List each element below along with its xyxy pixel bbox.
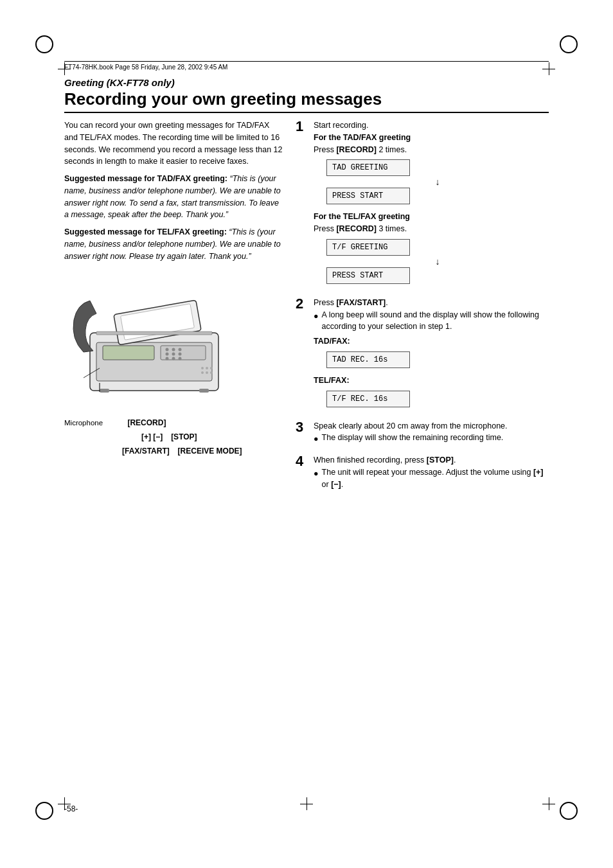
step-1-number: 1: [296, 120, 308, 134]
section-title: Greeting (KX-FT78 only): [64, 77, 549, 88]
header-bar: FT74-78HK.book Page 58 Friday, June 28, …: [64, 61, 549, 71]
main-heading: Recording your own greeting messages: [64, 89, 549, 113]
step-3: 3 Speak clearly about 20 cm away from th…: [296, 420, 549, 448]
svg-point-21: [201, 371, 204, 374]
tf-greeting-lcd: T/F GREETING: [326, 239, 410, 256]
step-1: 1 Start recording. For the TAD/FAX greet…: [296, 120, 549, 290]
fax-labels: Microphone [RECORD] [+] [−] [STOP] [FAX/…: [64, 416, 283, 458]
page-number: -58-: [64, 804, 78, 813]
left-column: You can record your own greeting message…: [64, 120, 283, 499]
tel-fax-suggested: Suggested message for TEL/FAX greeting: …: [64, 226, 283, 262]
corner-mark-tr: [560, 35, 578, 53]
step-2-bullet1-text: A long beep will sound and the display w…: [322, 309, 549, 333]
tad-fax-press: Press [RECORD] 2 times.: [314, 144, 549, 156]
tad-greeting-lcd-group: TAD GREETING ↓ PRESS START: [326, 158, 549, 206]
corner-mark-bl: [35, 802, 53, 820]
step-3-bullet1-text: The display will show the remaining reco…: [322, 432, 504, 445]
fax-start-label: [FAX/START]: [122, 447, 170, 456]
svg-point-23: [210, 371, 213, 374]
svg-point-10: [166, 357, 169, 360]
svg-point-18: [201, 367, 204, 369]
bullet-dot-4: ●: [314, 468, 319, 491]
corner-mark-br: [560, 802, 578, 820]
tad-press-start-lcd: PRESS START: [326, 188, 410, 204]
right-column: 1 Start recording. For the TAD/FAX greet…: [296, 120, 549, 499]
step-4-text: When finished recording, press [STOP].: [314, 454, 549, 466]
tf-greeting-lcd-group: T/F GREETING ↓ PRESS START: [326, 238, 549, 285]
tad-fax-suggested: Suggested message for TAD/FAX greeting: …: [64, 173, 283, 221]
tel-fax-sub-label: TEL/FAX:: [314, 375, 549, 387]
fax-start-row: [FAX/START] [RECEIVE MODE]: [122, 445, 283, 459]
step-2-text: Press [FAX/START].: [314, 297, 549, 309]
tel-fax-press: Press [RECORD] 3 times.: [314, 223, 549, 235]
tad-fax-sub-label: TAD/FAX:: [314, 335, 549, 348]
svg-rect-16: [100, 389, 109, 393]
stop-label: [STOP]: [171, 432, 197, 441]
svg-point-20: [210, 367, 213, 369]
plus-minus-label: [+] [−]: [141, 432, 163, 441]
svg-point-19: [206, 367, 208, 369]
corner-mark-tl: [35, 35, 53, 53]
tf-press-start-lcd: PRESS START: [326, 267, 410, 284]
svg-rect-15: [96, 332, 212, 335]
button-labels-row: [+] [−] [STOP]: [141, 430, 283, 445]
step-2-number: 2: [296, 297, 308, 311]
svg-rect-2: [103, 346, 154, 360]
step-4-content: When finished recording, press [STOP]. ●…: [314, 454, 549, 493]
tel-fax-heading: For the TEL/FAX greeting: [314, 211, 549, 223]
step-4: 4 When finished recording, press [STOP].…: [296, 454, 549, 493]
svg-point-5: [172, 348, 175, 351]
file-info: FT74-78HK.book Page 58 Friday, June 28, …: [64, 64, 227, 71]
tad-greeting-lcd: TAD GREETING: [326, 159, 410, 176]
svg-rect-17: [199, 389, 209, 393]
fax-machine-illustration: [64, 269, 244, 410]
step-1-content: Start recording. For the TAD/FAX greetin…: [314, 120, 549, 290]
bullet-dot-3: ●: [314, 433, 319, 445]
svg-point-6: [179, 348, 182, 351]
svg-point-9: [179, 353, 182, 356]
tel-fax-label: Suggested message for TEL/FAX greeting:: [64, 227, 227, 236]
step-3-bullet1: ● The display will show the remaining re…: [314, 432, 549, 445]
cross-br: [542, 797, 555, 810]
step-2-content: Press [FAX/START]. ● A long beep will so…: [314, 297, 549, 414]
tf-rec-lcd-group: T/F REC. 16s: [326, 389, 549, 409]
tad-fax-label: Suggested message for TAD/FAX greeting:: [64, 174, 227, 183]
step-3-number: 3: [296, 420, 308, 434]
intro-text: You can record your own greeting message…: [64, 120, 283, 168]
step-2-bullet1: ● A long beep will sound and the display…: [314, 309, 549, 333]
tf-rec-lcd: T/F REC. 16s: [326, 391, 410, 407]
fax-machine-svg: [64, 269, 244, 410]
svg-point-4: [166, 348, 169, 351]
two-column-layout: You can record your own greeting message…: [64, 120, 549, 499]
step-4-number: 4: [296, 454, 308, 468]
svg-point-11: [172, 357, 175, 360]
receive-mode-label: [RECEIVE MODE]: [178, 447, 242, 456]
tf-arrow-down: ↓: [326, 257, 549, 266]
tad-arrow-down: ↓: [326, 177, 549, 186]
tad-fax-heading: For the TAD/FAX greeting: [314, 132, 549, 144]
step-3-content: Speak clearly about 20 cm away from the …: [314, 420, 549, 448]
microphone-label: Microphone [RECORD]: [64, 416, 283, 430]
svg-point-22: [206, 371, 208, 374]
svg-point-12: [179, 357, 182, 360]
step-4-bullet1-text: The unit will repeat your message. Adjus…: [322, 466, 549, 491]
tad-rec-lcd: TAD REC. 16s: [326, 351, 410, 368]
step-4-bullet1: ● The unit will repeat your message. Adj…: [314, 466, 549, 491]
cross-bc: [300, 797, 313, 810]
main-content: Greeting (KX-FT78 only) Recording your o…: [64, 77, 549, 784]
svg-point-8: [172, 353, 175, 356]
step-1-text: Start recording.: [314, 120, 549, 132]
step-2: 2 Press [FAX/START]. ● A long beep will …: [296, 297, 549, 414]
page: FT74-78HK.book Page 58 Friday, June 28, …: [0, 0, 613, 868]
tad-rec-lcd-group: TAD REC. 16s: [326, 350, 549, 369]
record-label: [RECORD]: [127, 418, 166, 427]
step-3-text: Speak clearly about 20 cm away from the …: [314, 420, 549, 432]
svg-point-7: [166, 353, 169, 356]
bullet-dot-1: ●: [314, 310, 319, 333]
